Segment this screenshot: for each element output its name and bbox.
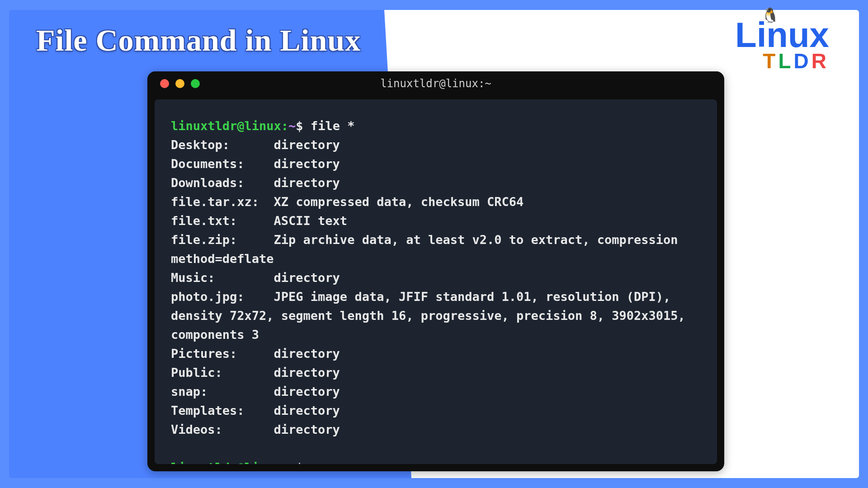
logo: 🐧 Linux TLDR	[735, 19, 829, 73]
maximize-icon[interactable]	[191, 79, 200, 88]
command-text: file *	[311, 119, 355, 133]
output-line: Desktop: directory	[171, 136, 701, 155]
terminal-titlebar: linuxtldr@linux:~	[147, 71, 724, 96]
output-line: Templates: directory	[171, 401, 701, 420]
terminal-output: Desktop: directoryDocuments: directoryDo…	[171, 136, 701, 439]
page-title: File Command in Linux	[36, 23, 361, 58]
penguin-icon: 🐧	[761, 9, 779, 22]
prompt-line-2: linuxtldr@linux:~$	[171, 458, 701, 464]
output-line: Public: directory	[171, 363, 701, 382]
output-line: Documents: directory	[171, 155, 701, 174]
prompt-line-1: linuxtldr@linux:~$ file *	[171, 117, 701, 136]
terminal-title: linuxtldr@linux:~	[147, 77, 724, 90]
output-line: file.txt: ASCII text	[171, 211, 701, 230]
output-line: Music: directory	[171, 268, 701, 287]
logo-linux-text: 🐧 Linux	[735, 19, 829, 51]
output-line: Pictures: directory	[171, 344, 701, 363]
output-line: file.tar.xz: XZ compressed data, checksu…	[171, 192, 701, 211]
output-line: snap: directory	[171, 382, 701, 401]
output-line: Downloads: directory	[171, 174, 701, 192]
minimize-icon[interactable]	[175, 79, 184, 88]
terminal-window[interactable]: linuxtldr@linux:~ linuxtldr@linux:~$ fil…	[147, 71, 724, 471]
output-line: file.zip: Zip archive data, at least v2.…	[171, 230, 701, 268]
output-line: Videos: directory	[171, 420, 701, 439]
close-icon[interactable]	[160, 79, 169, 88]
output-line: photo.jpg: JPEG image data, JFIF standar…	[171, 287, 701, 344]
terminal-body[interactable]: linuxtldr@linux:~$ file * Desktop: direc…	[155, 99, 717, 464]
